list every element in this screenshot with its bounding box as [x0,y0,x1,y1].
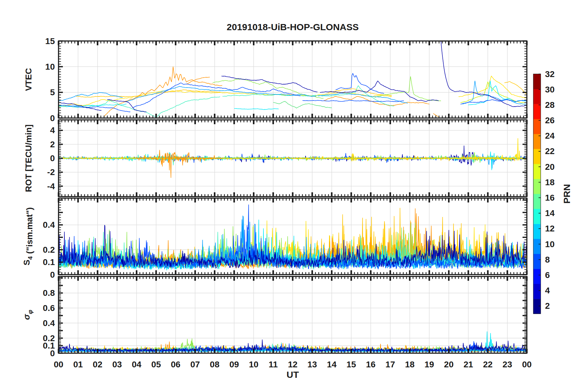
colorbar-tick-label: 26 [545,116,555,125]
colorbar-cell [533,89,541,104]
ytick-label: -4 [47,182,55,191]
series-prn-5 [133,83,301,108]
colorbar-tick-label: 4 [545,286,550,295]
xtick-label: 00 [54,360,63,369]
colorbar-tick-label: 24 [545,131,555,141]
colorbar-tick-label: 8 [545,255,550,264]
series-prn-2 [441,38,527,107]
panels-layer: 051015VTEC-4-2024ROT [TECU/min]00.10.20.… [22,36,532,370]
colorbar-cell [533,119,541,134]
colorbar-tick-label: 2 [545,301,550,311]
xtick-label: 01 [73,360,83,369]
xtick-label: 16 [366,360,376,369]
colorbar-cell [533,179,541,194]
xtick-label: 10 [249,360,258,369]
colorbar-cell [533,209,541,224]
xtick-label: 08 [210,360,219,369]
series-prn-12 [234,108,279,110]
ytick-labels-s4: 00.10.20.4 [43,220,55,279]
xtick-label: 03 [112,360,122,369]
xtick-label: 12 [288,360,297,369]
colorbar-tick-label: 10 [545,239,555,249]
colorbar-tick-label: 22 [545,146,555,156]
chart-title: 20191018-UiB-HOP-GLONASS [227,22,359,32]
colorbar-tick-label: 16 [545,193,555,202]
colorbar-cell [533,104,541,119]
ytick-label: 0.4 [43,318,55,328]
ytick-label: 0 [50,113,55,123]
series-prn-12 [468,81,527,105]
series-prn-5 [303,100,404,102]
y-axis-label-sigma_phi: σφ [22,310,34,320]
ytick-labels-rot: -4-2024 [47,125,55,191]
ytick-label: 0.6 [43,303,55,313]
xtick-label: 19 [425,360,434,369]
ytick-label: 2 [50,140,55,149]
series-prn-14 [59,154,224,165]
panel-s4: 00.10.20.4S4 ("ism.mat") [22,198,527,280]
ytick-labels-vtec: 051015 [45,36,55,123]
colorbar-tick-label: 14 [545,208,555,218]
colorbar-tick-label: 18 [545,178,555,187]
y-axis-label-vtec: VTEC [24,68,33,91]
ytick-label: 5 [50,88,55,97]
xtick-label: 00 [522,360,531,369]
xtick-label: 14 [327,360,337,369]
xtick-label: 21 [463,360,473,369]
colorbar-tick-label: 28 [545,100,555,110]
colorbar-cell [533,194,541,209]
xtick-label: 18 [405,360,414,369]
grid-sigma_phi [59,276,527,353]
colorbar-cell [533,239,541,254]
ytick-label: 0.8 [43,288,55,298]
colorbar-cell [533,254,541,269]
figure: 051015VTEC-4-2024ROT [TECU/min]00.10.20.… [0,0,586,392]
ytick-label: 0.2 [43,333,55,343]
colorbar-cell [533,74,541,89]
colorbar-tick-label: 6 [545,270,550,280]
xtick-label: 20 [444,360,454,369]
colorbar-tick-label: 30 [545,85,555,94]
x-axis-label: UT [287,370,299,380]
xtick-label: 06 [171,360,180,369]
xtick-label: 05 [151,360,161,369]
xtick-label: 15 [346,360,356,369]
xtick-label: 23 [503,360,512,369]
series-prn-20 [458,76,526,98]
colorbar-cell [533,134,541,149]
ytick-label: 15 [45,36,55,46]
ytick-label: 4 [50,125,55,135]
xtick-label: 09 [229,360,239,369]
colorbar-cell [533,284,541,299]
xtick-label: 11 [269,360,278,369]
colorbar-tick-label: 20 [545,162,555,172]
series-prn-17 [375,76,441,101]
colorbar: 2468101214161820222426283032PRN [533,69,572,314]
colorbar-cell [533,164,541,179]
ytick-label: 0.4 [43,220,55,230]
panel-rot: -4-2024ROT [TECU/min] [24,120,527,197]
colorbar-cell [533,299,541,314]
ytick-label: -2 [47,167,55,177]
ytick-label: 0.1 [43,257,55,267]
y-axis-label-rot: ROT [TECU/min] [24,125,33,192]
xtick-label: 04 [132,360,142,369]
series-prn-10 [59,92,123,101]
ytick-label: 0.2 [43,245,55,255]
xtick-labels: 0001020304050607080910111213141516171819… [54,360,531,369]
series-prn-1 [320,81,439,101]
ytick-label: 0 [50,153,55,163]
ytick-label: 0 [50,270,55,280]
ytick-label: 10 [45,62,55,71]
colorbar-tick-label: 12 [545,224,555,233]
panel-sigma_phi: 00.10.20.40.60.8σφ [22,276,527,358]
xtick-label: 07 [190,360,200,369]
xtick-label: 22 [483,360,493,369]
colorbar-cell [533,269,541,284]
xtick-label: 17 [385,360,395,369]
xtick-label: 13 [307,360,317,369]
series-prn-16 [273,101,332,108]
y-axis-label-s4: S4 ("ism.mat") [22,207,34,266]
xtick-label: 02 [93,360,102,369]
panel-vtec: 051015VTEC [24,36,527,123]
